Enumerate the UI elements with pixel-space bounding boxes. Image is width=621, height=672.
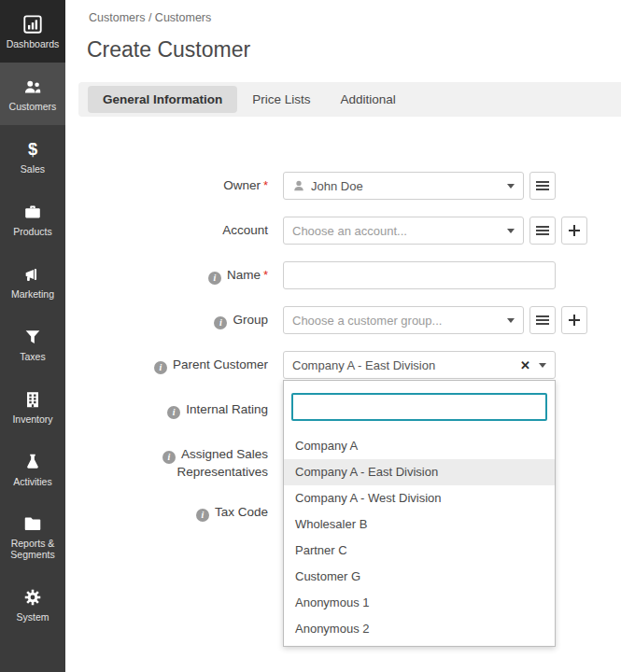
owner-label: Owner* <box>79 172 268 200</box>
building-icon <box>22 389 43 410</box>
svg-text:$: $ <box>28 139 37 159</box>
required-mark: * <box>263 178 268 192</box>
info-icon <box>214 316 227 329</box>
chevron-down-icon <box>507 318 515 323</box>
sidebar-item-label: Dashboards <box>5 38 62 49</box>
sidebar: Dashboards Customers $ Sales Products Ma… <box>0 0 65 672</box>
sidebar-item-label: Taxes <box>18 351 47 362</box>
briefcase-icon <box>22 202 43 222</box>
account-placeholder: Choose an account... <box>292 224 501 238</box>
owner-select[interactable]: John Doe <box>283 172 524 200</box>
folder-icon <box>22 513 43 534</box>
tax-code-label: Tax Code <box>79 498 268 526</box>
sidebar-item-label: Marketing <box>9 288 56 300</box>
sidebar-item-customers[interactable]: Customers <box>0 63 65 125</box>
sidebar-item-inventory[interactable]: Inventory <box>0 375 65 438</box>
required-mark: * <box>263 268 268 282</box>
dropdown-item[interactable]: Partner C <box>284 538 555 564</box>
name-label: Name* <box>79 261 268 289</box>
account-add-button[interactable] <box>561 217 587 245</box>
tab-general-information[interactable]: General Information <box>88 86 237 113</box>
hamburger-icon <box>536 315 549 326</box>
sidebar-item-products[interactable]: Products <box>0 188 65 250</box>
name-input[interactable] <box>283 261 556 289</box>
chevron-down-icon <box>507 229 515 233</box>
dropdown-item[interactable]: Company A <box>284 433 555 459</box>
group-label: Group <box>79 306 268 334</box>
sidebar-item-marketing[interactable]: Marketing <box>0 250 65 313</box>
gear-icon <box>22 587 43 608</box>
chevron-down-icon <box>507 184 515 189</box>
dollar-icon: $ <box>22 139 43 160</box>
dropdown-item-highlighted[interactable]: Company A - East Division <box>284 459 555 485</box>
parent-customer-label: Parent Customer <box>79 351 268 379</box>
assigned-sales-representatives-label: Assigned Sales Representatives <box>79 446 268 481</box>
plus-icon <box>569 315 580 326</box>
chevron-down-icon <box>539 363 546 368</box>
sidebar-item-dashboards[interactable]: Dashboards <box>0 0 65 63</box>
megaphone-icon <box>22 264 43 285</box>
account-select[interactable]: Choose an account... <box>283 217 524 245</box>
info-icon <box>167 406 180 419</box>
person-icon <box>292 179 305 192</box>
sidebar-item-label: Sales <box>19 163 47 175</box>
dropdown-item[interactable]: Company A - West Division <box>284 485 555 511</box>
group-placeholder: Choose a customer group... <box>292 314 501 328</box>
funnel-icon <box>22 327 43 347</box>
internal-rating-label: Internal Rating <box>79 396 268 424</box>
sidebar-item-reports-segments[interactable]: Reports & Segments <box>0 500 65 573</box>
tab-additional[interactable]: Additional <box>326 86 411 113</box>
bar-chart-icon <box>22 14 43 35</box>
owner-value: John Doe <box>311 179 501 193</box>
group-select[interactable]: Choose a customer group... <box>283 306 524 334</box>
parent-customer-select[interactable]: Company A - East Division ✕ <box>283 351 556 379</box>
sidebar-item-label: System <box>14 611 50 623</box>
sidebar-item-label: Activities <box>11 476 53 487</box>
group-add-button[interactable] <box>561 306 587 334</box>
clear-icon[interactable]: ✕ <box>520 358 530 372</box>
flask-icon <box>22 452 43 472</box>
dropdown-item[interactable]: Customer G <box>284 564 555 590</box>
hamburger-icon <box>536 180 549 191</box>
sidebar-item-label: Inventory <box>10 413 54 425</box>
sidebar-item-sales[interactable]: $ Sales <box>0 125 65 188</box>
sidebar-item-label: Reports & Segments <box>0 538 65 560</box>
sidebar-item-system[interactable]: System <box>0 573 65 636</box>
account-label: Account <box>79 217 268 245</box>
tab-price-lists[interactable]: Price Lists <box>237 86 325 113</box>
breadcrumb[interactable]: Customers / Customers <box>89 11 211 24</box>
owner-grid-button[interactable] <box>529 172 556 200</box>
info-icon <box>162 451 176 464</box>
sidebar-item-taxes[interactable]: Taxes <box>0 313 65 375</box>
sidebar-item-label: Customers <box>7 101 59 112</box>
page-title: Create Customer <box>87 37 250 63</box>
parent-customer-value: Company A - East Division <box>292 358 515 372</box>
info-icon <box>208 272 221 285</box>
sidebar-item-activities[interactable]: Activities <box>0 438 65 500</box>
dropdown-item[interactable]: Anonymous 2 <box>284 616 555 642</box>
info-icon <box>196 509 209 522</box>
group-grid-button[interactable] <box>529 306 556 334</box>
sidebar-item-label: Products <box>11 226 53 237</box>
info-icon <box>154 361 167 374</box>
dropdown-search-input[interactable] <box>291 393 547 421</box>
tab-bar: General Information Price Lists Addition… <box>78 82 621 117</box>
hamburger-icon <box>536 225 549 236</box>
dropdown-item[interactable]: Anonymous 1 <box>284 590 555 616</box>
plus-icon <box>569 225 580 236</box>
account-grid-button[interactable] <box>529 217 556 245</box>
customers-icon <box>22 77 43 97</box>
parent-customer-dropdown: Company A Company A - East Division Comp… <box>283 380 556 647</box>
dropdown-item[interactable]: Wholesaler B <box>284 511 555 538</box>
